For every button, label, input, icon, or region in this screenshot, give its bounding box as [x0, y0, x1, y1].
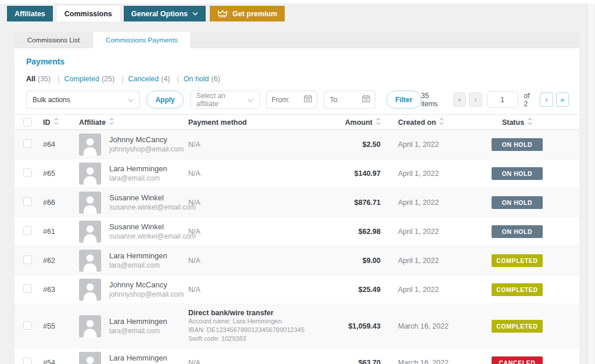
- amount: $876.71: [316, 199, 381, 207]
- view-canceled-count: (4): [161, 75, 170, 83]
- tab-commissions-payments[interactable]: Commissions Payments: [93, 32, 190, 48]
- calendar-icon[interactable]: [361, 94, 371, 106]
- row-checkbox[interactable]: [23, 139, 32, 148]
- affiliate-name: Lara Hemmingen: [109, 164, 167, 174]
- header-payment-method-label: Payment method: [188, 118, 247, 127]
- total-pages-label: of 2: [524, 92, 535, 108]
- table-row: #62 Lara Hemmingen lara@email.com N/A: [15, 246, 579, 275]
- date-from-input[interactable]: [272, 96, 304, 104]
- created-on: March 16, 2022: [381, 359, 462, 364]
- affiliate-email: johnnyshop@email.com: [109, 145, 184, 154]
- last-page-button[interactable]: »: [556, 92, 569, 107]
- sort-icon[interactable]: [439, 118, 444, 127]
- payment-method-details: Account name: Lara Hemmingen IBAN: DE123…: [188, 317, 316, 343]
- payment-method: N/A: [188, 170, 316, 178]
- affiliate-email: susanne.winkel@email.com: [109, 203, 196, 212]
- payment-method: N/A: [188, 228, 316, 236]
- affiliate-email: lara@email.com: [109, 261, 167, 270]
- row-checkbox[interactable]: [23, 226, 32, 235]
- status-badge[interactable]: COMPLETED: [492, 254, 543, 267]
- view-completed[interactable]: Completed (25): [64, 75, 128, 83]
- avatar: [79, 315, 101, 337]
- bulk-actions-select[interactable]: Bulk actions: [26, 91, 140, 109]
- tab-commissions-list[interactable]: Commissions List: [15, 32, 93, 48]
- payment-id: #66: [43, 199, 79, 207]
- row-checkbox[interactable]: [23, 255, 32, 264]
- pagination: 35 items « ‹ of 2 › »: [421, 91, 569, 108]
- affiliates-nav-button[interactable]: Affiliates: [7, 6, 53, 21]
- calendar-icon[interactable]: [303, 94, 313, 106]
- crown-icon: [217, 10, 228, 18]
- commissions-subtabs: Commissions List Commissions Payments: [15, 32, 579, 48]
- status-badge[interactable]: COMPLETED: [492, 283, 543, 296]
- amount: $62.98: [316, 228, 381, 236]
- payment-id: #65: [43, 170, 79, 178]
- table-row: #55 Lara Hemmingen lara@email.com Direct…: [15, 304, 579, 348]
- amount: $140.97: [316, 170, 381, 178]
- amount: $2.50: [316, 140, 381, 149]
- header-amount[interactable]: Amount: [316, 118, 381, 127]
- first-page-button[interactable]: «: [453, 92, 466, 107]
- sort-icon[interactable]: [528, 118, 532, 127]
- status-badge[interactable]: ON HOLD: [492, 196, 543, 209]
- view-all[interactable]: All (35): [26, 75, 64, 83]
- table-controls: Bulk actions Apply Select an affiliate: [26, 91, 569, 109]
- status-badge[interactable]: ON HOLD: [492, 138, 543, 151]
- sort-icon[interactable]: [54, 118, 59, 127]
- header-id[interactable]: ID: [43, 118, 79, 127]
- sort-icon[interactable]: [376, 118, 381, 127]
- sort-icon[interactable]: [109, 118, 114, 127]
- avatar: [79, 352, 101, 364]
- view-on-hold-count: (6): [212, 75, 220, 83]
- status-badge[interactable]: CANCELED: [492, 356, 543, 364]
- table-row: #65 Lara Hemmingen lara@email.com N/A: [15, 159, 579, 188]
- status-badge[interactable]: COMPLETED: [492, 320, 543, 333]
- page-title: Payments: [26, 57, 579, 66]
- row-checkbox[interactable]: [23, 168, 32, 177]
- get-premium-button[interactable]: Get premium: [210, 6, 285, 21]
- amount: $9.00: [316, 257, 381, 265]
- affiliate-select[interactable]: Select an affiliate: [190, 91, 260, 109]
- general-options-dropdown[interactable]: General Options: [124, 6, 206, 21]
- chevron-down-icon: [128, 96, 134, 104]
- header-created-on-label: Created on: [398, 118, 436, 127]
- header-status[interactable]: Status: [462, 118, 572, 127]
- payment-id: #54: [43, 359, 79, 364]
- filter-button[interactable]: Filter: [386, 91, 421, 109]
- table-row: #63 Johnny McCancy johnnyshop@email.com …: [15, 275, 579, 304]
- view-on-hold[interactable]: On hold (6): [184, 75, 220, 83]
- status-badge[interactable]: ON HOLD: [492, 225, 543, 238]
- created-on: March 16, 2022: [381, 322, 462, 330]
- items-count: 35 items: [421, 92, 446, 108]
- vertical-scrollbar[interactable]: [587, 3, 594, 364]
- table-row: #66 Susanne Winkel susanne.winkel@email.…: [15, 188, 579, 217]
- affiliate-name: Lara Hemmingen: [109, 251, 167, 261]
- table-header-row: ID Affiliate Payment method Amount: [15, 114, 579, 130]
- status-badge[interactable]: ON HOLD: [492, 167, 543, 180]
- row-checkbox[interactable]: [23, 197, 32, 206]
- payment-method: N/A: [188, 257, 316, 265]
- avatar: [79, 192, 101, 214]
- affiliate-select-placeholder: Select an affiliate: [196, 92, 248, 108]
- swift-code: Swift code: 1029383: [188, 334, 316, 343]
- created-on: April 1, 2022: [381, 170, 462, 178]
- row-checkbox[interactable]: [23, 321, 32, 330]
- row-checkbox[interactable]: [23, 358, 32, 364]
- affiliate-name: Johnny McCancy: [109, 135, 184, 145]
- next-page-button[interactable]: ›: [540, 92, 553, 107]
- prev-page-button[interactable]: ‹: [469, 92, 482, 107]
- chevron-down-icon: [192, 12, 198, 16]
- commissions-nav-button[interactable]: Commissions: [57, 6, 120, 21]
- date-to-field: [324, 91, 375, 109]
- view-all-count: (35): [38, 75, 51, 83]
- header-affiliate[interactable]: Affiliate: [79, 118, 188, 127]
- current-page-input[interactable]: [487, 91, 518, 108]
- row-checkbox[interactable]: [23, 284, 32, 293]
- payment-id: #55: [43, 322, 79, 330]
- iban: IBAN: DE1234567890123456789012345: [188, 326, 316, 334]
- date-to-input[interactable]: [329, 96, 361, 104]
- select-all-checkbox[interactable]: [23, 118, 32, 127]
- apply-button[interactable]: Apply: [146, 91, 183, 109]
- header-created-on[interactable]: Created on: [381, 118, 462, 127]
- view-canceled[interactable]: Canceled (4): [128, 75, 183, 83]
